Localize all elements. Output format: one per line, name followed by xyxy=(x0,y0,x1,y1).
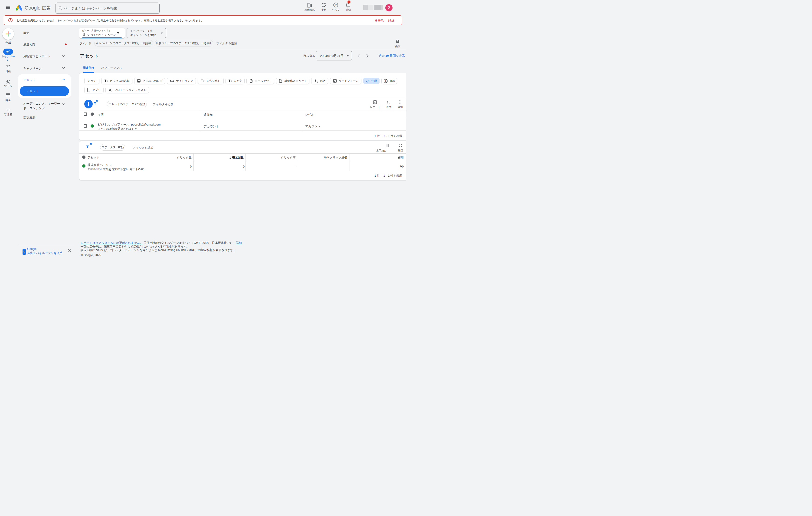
svg-text:?: ? xyxy=(335,3,337,7)
svg-text:$: $ xyxy=(385,80,386,82)
